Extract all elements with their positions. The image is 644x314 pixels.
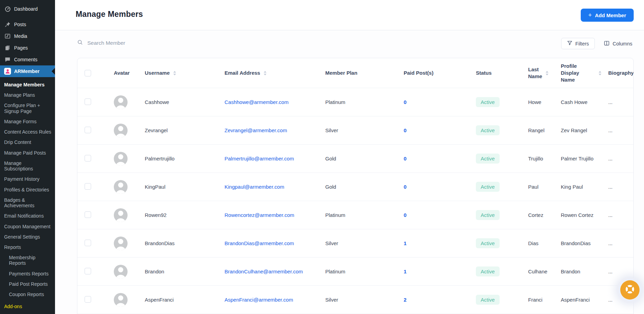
submenu-item[interactable]: Payments Reports <box>0 269 55 279</box>
email-link[interactable]: Palmertrujillo@armember.com <box>225 156 294 161</box>
email-link[interactable]: BrandonDias@armember.com <box>225 240 294 246</box>
submenu-item[interactable]: Manage Members <box>0 80 55 90</box>
submenu-item[interactable]: Manage Subscriptions <box>0 158 55 174</box>
paid-posts-link[interactable]: 2 <box>404 297 406 303</box>
paid-posts-link[interactable]: 1 <box>404 240 406 246</box>
submenu-item[interactable]: Email Notifications <box>0 211 55 221</box>
column-header-member-plan: Member Plan <box>318 70 397 76</box>
paid-posts-link[interactable]: 0 <box>404 99 406 105</box>
email-link[interactable]: BrandonCulhane@armember.com <box>225 269 303 274</box>
paid-posts-link[interactable]: 0 <box>404 127 406 133</box>
sidebar-item-dashboard[interactable]: Dashboard <box>0 3 55 15</box>
submenu-item[interactable]: Content Access Rules <box>0 127 55 137</box>
paid-posts-link[interactable]: 1 <box>404 269 406 274</box>
status-badge: Active <box>476 182 500 192</box>
table-header-row: Avatar Username Email Address Member Pla… <box>77 58 633 88</box>
submenu-item[interactable]: Manage Plans <box>0 90 55 100</box>
sort-icon[interactable] <box>264 71 266 75</box>
email-link[interactable]: Zevrangel@armember.com <box>225 127 287 133</box>
email-cell: Cashhowe@armember.com <box>218 99 318 105</box>
row-checkbox-cell <box>77 183 107 191</box>
table-toolbar: Filters Columns <box>55 30 644 58</box>
row-checkbox[interactable] <box>85 155 91 161</box>
row-checkbox-cell <box>77 155 107 163</box>
row-checkbox[interactable] <box>85 240 91 246</box>
member-plan-cell: Silver <box>318 127 397 133</box>
email-cell: BrandonCulhane@armember.com <box>218 269 318 274</box>
avatar-cell <box>107 293 138 307</box>
status-cell: Active <box>469 97 521 107</box>
avatar <box>114 180 128 194</box>
members-table: Avatar Username Email Address Member Pla… <box>77 58 634 314</box>
lifebuoy-icon <box>624 284 635 296</box>
username-cell: AspenFranci <box>138 297 218 303</box>
search-icon <box>77 39 83 47</box>
sort-icon[interactable] <box>546 71 548 75</box>
submenu-item[interactable]: Add-ons <box>0 301 55 312</box>
email-link[interactable]: Kingpaul@armember.com <box>225 184 284 190</box>
email-link[interactable]: Rowencortez@armember.com <box>225 212 294 218</box>
paid-posts-link[interactable]: 0 <box>404 212 406 218</box>
column-header-email[interactable]: Email Address <box>218 70 318 76</box>
avatar-cell <box>107 95 138 109</box>
display-name-cell: Cash Howe <box>554 99 601 105</box>
submenu-item[interactable]: Badges & Achievements <box>0 195 55 211</box>
sidebar-item-armember[interactable]: ARMember <box>0 65 55 77</box>
column-header-profile-display-name[interactable]: Profile Display Name <box>554 63 601 84</box>
toolbar-buttons: Filters Columns <box>561 38 634 49</box>
submenu-item[interactable]: Coupon Management <box>0 221 55 232</box>
email-cell: Kingpaul@armember.com <box>218 184 318 190</box>
search-member-input[interactable] <box>87 40 197 46</box>
row-checkbox[interactable] <box>85 296 91 303</box>
row-checkbox[interactable] <box>85 211 91 218</box>
column-header-last-name[interactable]: Last Name <box>521 66 554 80</box>
row-checkbox-cell <box>77 211 107 219</box>
avatar <box>114 265 128 279</box>
filters-button[interactable]: Filters <box>561 38 594 49</box>
help-fab-button[interactable] <box>620 280 640 300</box>
submenu-item[interactable]: Profiles & Directories <box>0 185 55 195</box>
paid-posts-link[interactable]: 0 <box>404 184 406 190</box>
row-checkbox[interactable] <box>85 268 91 274</box>
email-link[interactable]: AspenFranci@armember.com <box>225 297 293 303</box>
sort-icon[interactable] <box>173 71 176 75</box>
add-member-button[interactable]: + Add Member <box>581 9 634 22</box>
current-menu-arrow-icon <box>52 68 55 75</box>
last-name-cell: Paul <box>521 184 554 190</box>
submenu-item[interactable]: Coupon Reports <box>0 289 55 300</box>
row-checkbox-cell <box>77 98 107 106</box>
sidebar-item-pages[interactable]: Pages <box>0 42 55 54</box>
admin-sidebar: Dashboard Posts Media Pages Comments <box>0 0 55 314</box>
paid-posts-link[interactable]: 0 <box>404 156 406 161</box>
select-all-checkbox[interactable] <box>85 70 91 76</box>
submenu-item[interactable]: Configure Plan + Signup Page <box>0 100 55 116</box>
submenu-item[interactable]: Payment History <box>0 174 55 184</box>
row-checkbox[interactable] <box>85 98 91 105</box>
avatar <box>114 152 128 166</box>
column-header-username[interactable]: Username <box>138 70 218 76</box>
submenu-item[interactable]: Membership Reports <box>0 252 55 268</box>
row-checkbox[interactable] <box>85 183 91 190</box>
header-checkbox-cell <box>77 70 107 76</box>
sort-icon[interactable] <box>599 71 601 75</box>
columns-button[interactable]: Columns <box>602 38 634 49</box>
sidebar-item-posts[interactable]: Posts <box>0 19 55 30</box>
biography-cell: ... <box>601 99 633 105</box>
submenu-item[interactable]: Manage Forms <box>0 116 55 127</box>
sidebar-item-media[interactable]: Media <box>0 30 55 42</box>
sidebar-item-comments[interactable]: Comments <box>0 54 55 65</box>
submenu-item[interactable]: Reports <box>0 242 55 252</box>
dashboard-icon <box>4 6 11 12</box>
sidebar-top-menu: Dashboard Posts Media Pages Comments <box>0 0 55 77</box>
submenu-item[interactable]: Manage Paid Posts <box>0 148 55 158</box>
email-link[interactable]: Cashhowe@armember.com <box>225 99 288 105</box>
submenu-item[interactable]: Drip Content <box>0 137 55 147</box>
sidebar-item-label: Dashboard <box>14 6 38 12</box>
row-checkbox[interactable] <box>85 127 91 133</box>
submenu-item[interactable]: General Settings <box>0 232 55 242</box>
submenu-item[interactable]: Licensing <box>0 312 55 314</box>
sidebar-item-label: Comments <box>14 57 37 62</box>
column-header-paid-posts: Paid Post(s) <box>397 70 469 76</box>
member-plan-cell: Gold <box>318 184 397 190</box>
submenu-item[interactable]: Paid Post Reports <box>0 279 55 289</box>
